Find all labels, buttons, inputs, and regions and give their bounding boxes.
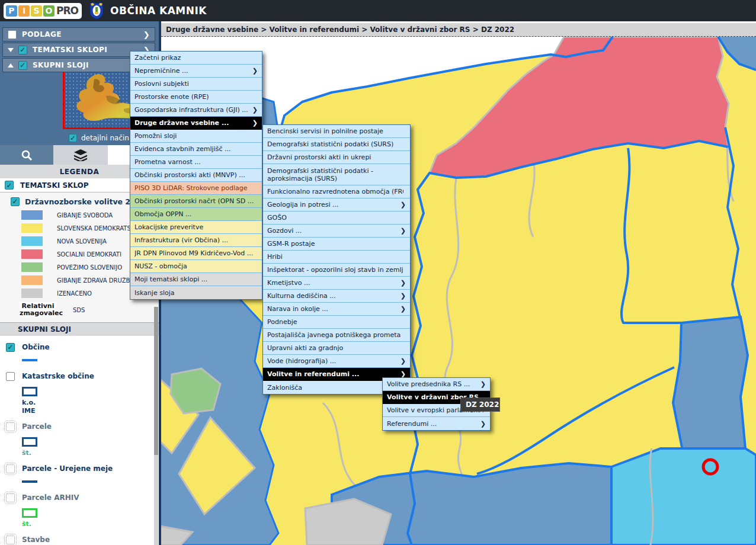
menu-item-label: Referendumi ... xyxy=(387,420,478,428)
menu-item[interactable]: Funkcionalno razvrednotena območja (FRO) xyxy=(263,185,410,198)
menu-item[interactable]: Poslovni subjekti xyxy=(130,78,262,91)
menu-item-label: Volitve predsednika RS ... xyxy=(387,380,478,388)
submenu-arrow-icon: ❯ xyxy=(401,292,406,300)
tab-layers[interactable] xyxy=(53,145,108,165)
menu-item-label: Poslovni subjekti xyxy=(134,80,255,88)
menu-item[interactable]: GSM-R postaje xyxy=(263,238,410,251)
menu-item-label: Kmetijstvo ... xyxy=(267,279,398,287)
menu-item[interactable]: Gozdovi ... ❯ xyxy=(263,225,410,238)
menu-item[interactable]: Prostorske enote (RPE) xyxy=(130,91,262,104)
layer-checkbox[interactable]: ✓ xyxy=(6,343,15,352)
legend-color-swatch xyxy=(21,223,43,233)
menu-item[interactable]: Demografski statistični podatki - aproks… xyxy=(263,164,410,185)
menu-item-label: Prometna varnost ... xyxy=(134,158,255,166)
expand-icon[interactable] xyxy=(8,63,14,68)
submenu-arrow-icon: ❯ xyxy=(401,305,406,313)
menu-item-label: GOŠO xyxy=(267,214,403,222)
municipality-title: OBČINA KAMNIK xyxy=(110,5,207,17)
menu-item[interactable]: Občinski prostorski načrt (OPN SD ... xyxy=(130,195,262,208)
menu-item-label: Druge državne vsebine ... xyxy=(134,119,250,127)
menu-item[interactable]: PISO 3D LiDAR: Strokovne podlage xyxy=(130,182,262,195)
menu-item-label: Gozdovi ... xyxy=(267,227,398,235)
tematski-sklop-checkbox[interactable]: ✓ xyxy=(5,181,14,190)
layer-label: Katastrske občine xyxy=(22,372,94,380)
layer-checkbox[interactable] xyxy=(6,493,15,502)
chevron-right-icon[interactable]: ❯ xyxy=(143,30,150,39)
menu-item-label: Državni prostorski akti in ukrepi xyxy=(267,153,403,161)
detail-mode-checkbox[interactable]: ✓ xyxy=(69,134,77,142)
menu-item[interactable]: Referendumi ... ❯ xyxy=(383,417,490,430)
legend-color-swatch xyxy=(21,249,43,259)
layer-checkbox[interactable] xyxy=(6,536,15,544)
menu-item[interactable]: Geologija in potresi ... ❯ xyxy=(263,198,410,211)
submenu-arrow-icon: ❯ xyxy=(480,420,486,428)
menu-item[interactable]: Kulturna dediščina ... ❯ xyxy=(263,290,410,303)
menu-item[interactable]: Gospodarska infrastruktura (GJI) ... ❯ xyxy=(130,104,262,117)
scrollbar-thumb[interactable] xyxy=(154,307,158,455)
menu-item[interactable]: GOŠO xyxy=(263,211,410,225)
menu-item[interactable]: Evidenca stavbnih zemljišč ... xyxy=(130,143,262,156)
menu-item[interactable]: Pomožni sloji xyxy=(130,130,262,143)
menu-item[interactable]: Podnebje xyxy=(263,316,410,329)
menu-item-label: Začetni prikaz xyxy=(134,54,255,62)
logo-letter-tile: O xyxy=(43,5,55,17)
sidebar-scrollbar[interactable] xyxy=(154,307,158,545)
menu-item[interactable]: NUSZ - območja xyxy=(130,260,262,273)
menu-item[interactable]: Prometna varnost ... xyxy=(130,156,262,169)
collapse-icon[interactable] xyxy=(8,48,14,52)
menu-item[interactable]: Narava in okolje ... ❯ xyxy=(263,303,410,316)
tematski-checkbox[interactable]: ✓ xyxy=(18,46,27,54)
relative-winner-label: Relativni zmagovalec xyxy=(20,302,56,318)
panel-podlage[interactable]: PODLAGE ❯ xyxy=(2,27,155,41)
menu-item[interactable]: Postajališča javnega potniškega prometa xyxy=(263,329,410,342)
menu-item[interactable]: JR DPN Plinovod M9 Kidričevo-Vod ... xyxy=(130,247,262,260)
menu-item-label: Vode (hidrografija) ... xyxy=(267,357,398,365)
menu-item[interactable]: Vode (hidrografija) ... ❯ xyxy=(263,355,410,368)
menu-item[interactable]: Inšpektorat - opozorilni sloj stavb in z… xyxy=(263,264,410,277)
tab-search[interactable] xyxy=(0,145,53,165)
menu-item[interactable]: Upravni akti za gradnjo xyxy=(263,342,410,355)
layer-label: Občine xyxy=(22,343,50,351)
menu-item-label: Evidenca stavbnih zemljišč ... xyxy=(134,145,255,153)
menu-item-label: Območja OPPN ... xyxy=(134,210,255,218)
piso-logo[interactable]: PISO PRO xyxy=(4,3,82,19)
layer-checkbox[interactable] xyxy=(6,372,15,381)
menu-item[interactable]: Hribi xyxy=(263,251,410,264)
menu-item[interactable]: Infrastruktura (vir Občina) ... xyxy=(130,234,262,247)
menu-item[interactable]: Bencinski servisi in polnilne postaje xyxy=(263,125,410,138)
tooltip: DZ 2022 xyxy=(460,397,500,412)
panel-label: PODLAGE xyxy=(22,30,62,39)
layer-label: Stavbe xyxy=(22,536,50,544)
menu-item-label: GSM-R postaje xyxy=(267,240,403,248)
submenu-arrow-icon: ❯ xyxy=(480,380,486,388)
breadcrumb: Druge državne vsebine > Volitve in refer… xyxy=(161,23,756,37)
layer-item: Stavbe xyxy=(6,533,159,545)
menu-item-label: Upravni akti za gradnjo xyxy=(267,344,403,352)
menu-item[interactable]: Demografski statistični podatki (SURS) xyxy=(263,138,410,151)
menu-item-label: Prostorske enote (RPE) xyxy=(134,93,255,101)
menu-item[interactable]: Moji tematski sklopi ... xyxy=(130,273,262,286)
podlage-checkbox[interactable] xyxy=(8,30,17,39)
skupni-checkbox[interactable]: ✓ xyxy=(18,61,27,70)
menu-item[interactable]: Občinski prostorski akti (MNVP) ... xyxy=(130,169,262,182)
menu-item[interactable]: Kmetijstvo ... ❯ xyxy=(263,277,410,290)
menu-item[interactable]: Državni prostorski akti in ukrepi xyxy=(263,151,410,164)
menu-item[interactable]: Volitve predsednika RS ... ❯ xyxy=(383,378,490,391)
layer-item: Katastrske občine k.o. IME xyxy=(6,370,159,416)
menu-item[interactable]: Lokacijske preveritve xyxy=(130,221,262,234)
menu-item[interactable]: Druge državne vsebine ... ❯ xyxy=(130,117,262,130)
menu-item[interactable]: Nepremičnine ... ❯ xyxy=(130,65,262,78)
relative-winner-row: Relativni zmagovalec SDS xyxy=(0,302,159,318)
layer-checkbox[interactable] xyxy=(6,422,15,431)
menu-item-label: PISO 3D LiDAR: Strokovne podlage xyxy=(134,184,255,192)
layer-sublabel: IME xyxy=(22,407,159,415)
theme-checkbox[interactable]: ✓ xyxy=(11,197,20,206)
menu-item[interactable]: Območja OPPN ... xyxy=(130,208,262,221)
submenu-arrow-icon: ❯ xyxy=(401,227,406,235)
menu-item[interactable]: Iskanje sloja xyxy=(130,286,262,299)
menu-item[interactable]: Začetni prikaz xyxy=(130,52,262,65)
layers-icon xyxy=(74,149,87,161)
app-header: PISO PRO OBČINA KAMNIK xyxy=(0,0,756,21)
layer-checkbox[interactable] xyxy=(6,464,15,473)
submenu-arrow-icon: ❯ xyxy=(401,357,406,365)
